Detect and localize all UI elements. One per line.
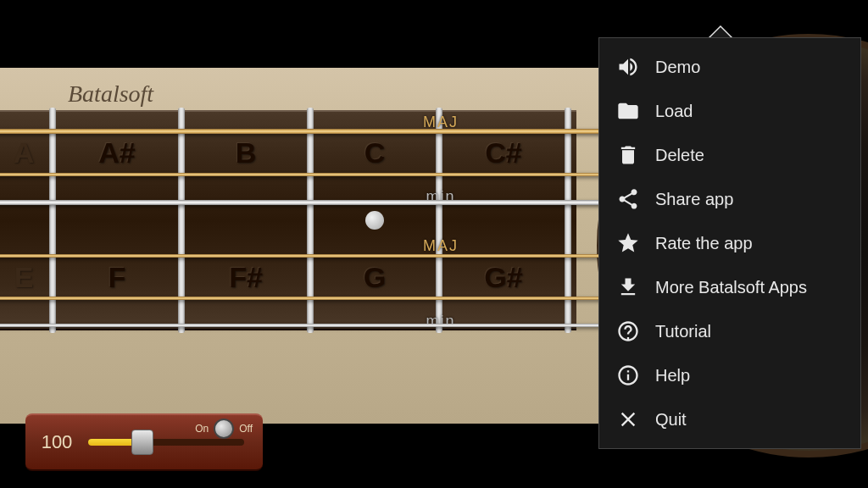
- toggle-off-label: Off: [239, 423, 253, 435]
- menu-label: Help: [655, 366, 690, 385]
- share-icon: [616, 187, 640, 211]
- row-type-label: MAJ: [423, 237, 459, 255]
- note-open-E[interactable]: E: [14, 261, 34, 294]
- note-A-sharp[interactable]: A#: [98, 136, 135, 169]
- note-B[interactable]: B: [236, 136, 257, 169]
- menu-item-tutorial[interactable]: Tutorial: [599, 309, 860, 353]
- trash-icon: [616, 143, 640, 167]
- speaker-icon: [616, 55, 640, 79]
- tempo-value: 100: [36, 431, 78, 453]
- fretboard[interactable]: MAJ A A# B C C# min MAJ E F F# G G# min: [0, 110, 576, 330]
- brand-logo: Batalsoft: [68, 80, 153, 108]
- menu-label: Demo: [655, 58, 700, 77]
- note-C[interactable]: C: [364, 136, 386, 169]
- options-menu: Demo Load Delete Share app Rate the app …: [598, 37, 861, 449]
- menu-item-rate[interactable]: Rate the app: [599, 221, 860, 265]
- menu-label: Delete: [655, 146, 704, 165]
- row-type-label: min: [426, 313, 455, 330]
- menu-label: Quit: [655, 410, 687, 430]
- folder-icon: [616, 99, 640, 123]
- info-icon: [616, 363, 640, 387]
- note-F[interactable]: F: [108, 261, 126, 294]
- fret-marker-dot: [365, 211, 384, 230]
- close-icon: [616, 408, 640, 431]
- toggle-switch[interactable]: [214, 419, 234, 439]
- menu-label: Load: [655, 102, 693, 121]
- note-F-sharp[interactable]: F#: [229, 261, 263, 294]
- note-C-sharp[interactable]: C#: [485, 136, 521, 169]
- menu-pointer: [709, 25, 732, 37]
- menu-label: Rate the app: [655, 234, 753, 253]
- slider-thumb[interactable]: [131, 430, 153, 455]
- download-icon: [616, 275, 640, 299]
- menu-item-help[interactable]: Help: [599, 353, 860, 397]
- menu-item-quit[interactable]: Quit: [599, 397, 860, 441]
- menu-label: Tutorial: [655, 322, 711, 341]
- menu-item-load[interactable]: Load: [599, 89, 860, 133]
- note-open-A[interactable]: A: [14, 136, 35, 169]
- menu-item-share[interactable]: Share app: [599, 177, 860, 221]
- tempo-slider[interactable]: [88, 439, 244, 446]
- menu-item-more-apps[interactable]: More Batalsoft Apps: [599, 265, 860, 309]
- menu-item-delete[interactable]: Delete: [599, 133, 860, 177]
- toggle-on-label: On: [195, 423, 209, 435]
- question-icon: [616, 319, 640, 343]
- menu-label: More Batalsoft Apps: [655, 278, 807, 297]
- menu-item-demo[interactable]: Demo: [599, 45, 860, 89]
- star-icon: [616, 231, 640, 255]
- tempo-panel: On Off 100: [25, 413, 263, 471]
- menu-label: Share app: [655, 190, 733, 209]
- note-G-sharp[interactable]: G#: [484, 261, 522, 294]
- note-G[interactable]: G: [364, 261, 386, 294]
- toggle-group: On Off: [195, 419, 253, 439]
